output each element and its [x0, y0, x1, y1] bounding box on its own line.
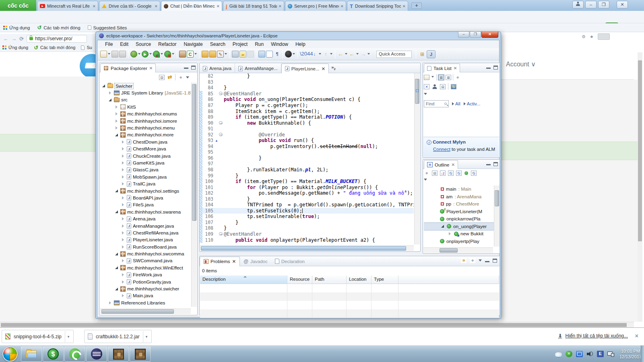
ime-tray-icon[interactable]: [576, 351, 583, 357]
browser-tab[interactable]: ▶Minecraft vs Real Life - You×: [37, 1, 98, 11]
code-line[interactable]: 85@EventHandler: [200, 91, 414, 97]
code-line[interactable]: 86public void on_uong(PlayerItemConsumeE…: [200, 97, 414, 103]
bookmark-item[interactable]: ↺Các tab mới đóng: [37, 25, 80, 31]
tree-item[interactable]: me.thinhhaychoi.swicher: [100, 285, 191, 292]
tree-item[interactable]: JChestDown.java: [100, 138, 191, 145]
code-line[interactable]: 97: [200, 161, 414, 167]
code-editor[interactable]: 82 }8384}85@EventHandler86public void on…: [200, 73, 414, 245]
expand-arrow-icon[interactable]: [114, 105, 119, 109]
view-menu-icon[interactable]: [479, 259, 482, 261]
close-icon[interactable]: ✕: [454, 66, 457, 70]
problems-tab-problems[interactable]: Problems✕: [200, 257, 240, 266]
bg-reload-icon[interactable]: ⟳: [19, 36, 24, 42]
code-line[interactable]: 105 tp.setFuseTicks(0);: [200, 208, 414, 214]
eclipse-minimize-button[interactable]: –: [458, 32, 469, 38]
browser-tab[interactable]: TDownload Snipping Tool 6×: [347, 1, 408, 11]
column-header[interactable]: Location: [347, 276, 372, 284]
outline-item[interactable]: pp : ChestMore: [424, 200, 494, 208]
tree-item[interactable]: JGameKitS.java: [100, 159, 191, 166]
outline-item[interactable]: onplayertp(Play: [424, 238, 494, 245]
quick-access-input[interactable]: Quick Access: [376, 51, 412, 58]
expand-arrow-icon[interactable]: [120, 182, 125, 185]
perspective-javaee-button[interactable]: ⊞: [418, 50, 427, 58]
pkg-vertical-scrollbar[interactable]: [191, 82, 197, 307]
code-line[interactable]: 96 }: [200, 155, 414, 161]
collapse-arrow-icon[interactable]: [101, 84, 106, 87]
new-tab-button[interactable]: +: [411, 2, 422, 9]
fold-collapse-icon[interactable]: [219, 92, 223, 95]
code-line[interactable]: 90 new BukkitRunnable() {: [200, 120, 414, 126]
categorized-view-icon[interactable]: ⊞: [438, 75, 444, 80]
tree-item[interactable]: JMain.java: [100, 292, 191, 299]
collapse-all-icon[interactable]: ⊟: [440, 84, 446, 89]
tree-item[interactable]: JArena.java: [100, 215, 191, 222]
download-item-menu-icon[interactable]: ▾: [143, 331, 150, 342]
taskbar-app-minecraft[interactable]: [130, 346, 151, 362]
close-icon[interactable]: ✕: [232, 259, 236, 264]
menu-window[interactable]: Window: [267, 41, 292, 48]
filter-icon[interactable]: »: [461, 258, 466, 263]
run-icon[interactable]: [142, 51, 149, 58]
slash-icon[interactable]: [300, 51, 307, 58]
fold-collapse-icon[interactable]: [219, 121, 223, 125]
expand-arrow-icon[interactable]: [120, 154, 125, 158]
menu-run[interactable]: Run: [251, 41, 267, 48]
browser-tab[interactable]: Server.pro | Free Minecraft×: [285, 1, 346, 11]
taskbar-app-minecraft[interactable]: [108, 346, 129, 362]
editor-tab-close-icon[interactable]: ✕: [322, 66, 326, 72]
bg-address-bar[interactable]: https://server.pro/: [27, 35, 87, 43]
code-line[interactable]: 89 if (item.getType() == Material.POTION…: [200, 114, 414, 120]
browser-tab[interactable]: jGiải bài 18 trang 51 Toán 9×: [223, 1, 284, 11]
expand-arrow-icon[interactable]: [120, 245, 125, 249]
minimize-view-icon[interactable]: [486, 68, 491, 69]
user-icon[interactable]: [285, 51, 292, 58]
scope-activated[interactable]: Activ...: [464, 101, 481, 106]
download-item-menu-icon[interactable]: ▾: [65, 331, 72, 342]
editor-tab[interactable]: JArenaManage...: [235, 64, 281, 73]
tree-item[interactable]: JArenaManager.java: [100, 222, 191, 229]
dropdown-icon[interactable]: [367, 53, 370, 55]
close-icon[interactable]: ✕: [451, 162, 454, 167]
dropdown-icon[interactable]: [345, 53, 347, 55]
volume-tray-icon[interactable]: [586, 351, 593, 357]
dropdown-icon[interactable]: [319, 53, 321, 55]
expand-toolbar-icon[interactable]: [424, 179, 427, 181]
hide-non-public-icon[interactable]: [464, 171, 468, 175]
tree-item[interactable]: JPlayerLisneter.java: [100, 237, 191, 243]
focus-icon[interactable]: ●: [455, 75, 460, 80]
code-line[interactable]: 107 }: [200, 220, 414, 226]
expand-arrow-icon[interactable]: [120, 273, 125, 276]
uarr-icon[interactable]: [322, 51, 329, 58]
bg-forward-icon[interactable]: →: [11, 36, 17, 42]
bg-vertical-scrollbar[interactable]: [638, 52, 642, 322]
expand-arrow-icon[interactable]: [120, 175, 125, 179]
taskbar-clock[interactable]: 10:01 PM 12/13/2017: [619, 348, 642, 360]
browser-tab[interactable]: Chat | Diễn Đàn Minecraft×: [161, 1, 222, 11]
tree-item[interactable]: JMobSpawn.java: [100, 173, 191, 180]
tab-close-icon[interactable]: ×: [217, 4, 219, 8]
tree-item[interactable]: KitS: [100, 103, 191, 110]
bookmark-item[interactable]: Ứng dụng: [3, 25, 30, 30]
outline-item[interactable]: main : Main: [424, 185, 494, 193]
tree-item[interactable]: JSWCommand.java: [100, 257, 191, 264]
expand-arrow-icon[interactable]: [107, 91, 112, 95]
code-line[interactable]: 98 }.runTaskLater(Main.pl, 2L);: [200, 167, 414, 173]
downloads-bar-close-icon[interactable]: ×: [635, 333, 638, 339]
new-task-icon[interactable]: [424, 75, 429, 80]
outline-vertical-scrollbar[interactable]: [494, 185, 500, 247]
collapse-arrow-icon[interactable]: [114, 288, 119, 290]
editor-horizontal-scrollbar[interactable]: [200, 245, 414, 251]
expand-arrow-icon[interactable]: [120, 238, 125, 241]
njp-icon[interactable]: [179, 51, 186, 58]
outline-item[interactable]: am : ArenaMana: [424, 193, 494, 201]
dropdown-icon[interactable]: [293, 53, 295, 55]
tree-item[interactable]: JPotionGravity.java: [100, 278, 191, 285]
focus-icon[interactable]: ●: [424, 171, 429, 176]
code-line[interactable]: 108}: [200, 225, 414, 231]
outline-item[interactable]: on_uong(Player: [424, 223, 494, 230]
code-line[interactable]: 82 }: [200, 73, 414, 79]
menu-help[interactable]: Help: [292, 41, 309, 48]
njc-icon[interactable]: [187, 51, 194, 58]
show-desktop-button[interactable]: [641, 346, 644, 362]
expand-arrow-icon[interactable]: [120, 147, 125, 150]
